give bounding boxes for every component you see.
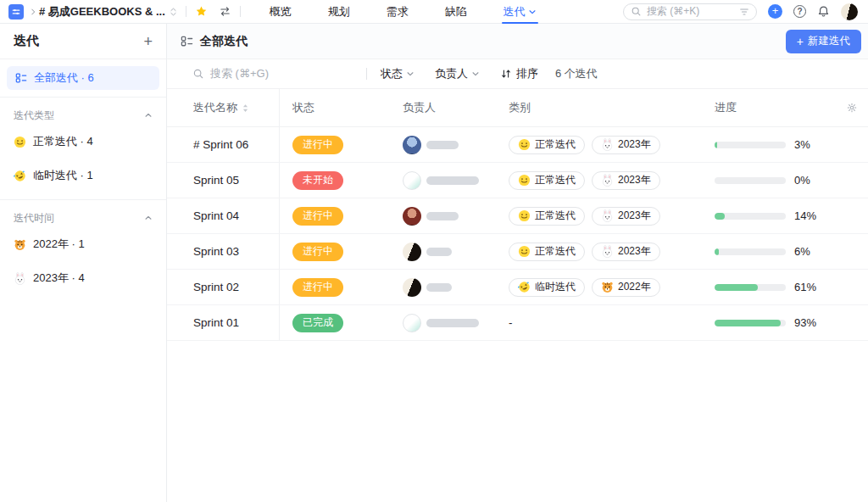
project-switcher-icon[interactable] [170,7,177,17]
table-row[interactable]: Sprint 04进行中正常迭代2023年14% [167,198,868,234]
iteration-name[interactable]: Sprint 04 [167,198,280,233]
table-header: 迭代名称 状态 负责人 类别 进度 [167,89,868,127]
swap-icon[interactable] [219,5,231,18]
assignee-avatar[interactable] [403,136,421,154]
category-tag[interactable]: 2023年 [592,207,660,226]
category-empty: - [509,316,513,329]
column-sort-icon[interactable] [242,103,248,113]
progress-bar [715,177,786,184]
progress-percent: 3% [794,138,810,151]
table-row[interactable]: Sprint 01已完成-93% [167,305,868,341]
column-header-category[interactable]: 类别 [509,100,715,115]
sidebar-item[interactable]: 2022年 · 1 [0,227,166,261]
sidebar-section-header[interactable]: 迭代类型 [0,98,166,125]
assignee-avatar[interactable] [403,207,421,226]
progress-bar [715,248,786,255]
sort-button[interactable]: 排序 [500,66,538,81]
global-search-input[interactable]: 搜索 (⌘+K) [623,3,757,20]
app-logo-icon[interactable] [8,4,24,20]
status-filter-dropdown[interactable]: 状态 [381,66,415,81]
nav-tab-overview[interactable]: 概览 [270,0,292,24]
breadcrumb[interactable]: # 易成GEEKBOOKS & ... [39,4,165,20]
top-nav: 概览规划需求缺陷迭代 [270,0,537,24]
iteration-name[interactable]: Sprint 02 [167,270,280,304]
assignee-name-skeleton [426,141,459,149]
divider [186,6,186,17]
tiger-emoji-icon [601,281,614,293]
iteration-name[interactable]: Sprint 01 [167,305,280,340]
notifications-bell-icon[interactable] [817,5,830,18]
iteration-name[interactable]: Sprint 05 [167,163,280,198]
smile-emoji-icon [518,209,531,222]
category-tag[interactable]: 正常迭代 [509,136,585,154]
nav-tab-iterations[interactable]: 迭代 [504,0,537,24]
progress-percent: 6% [794,245,810,258]
quick-create-button[interactable]: + [768,4,782,19]
smile-emoji-icon [518,138,531,151]
iteration-count: 6 个迭代 [555,66,598,81]
tiger-emoji-icon [14,238,26,251]
table-search-input[interactable]: 搜索 (⌘+G) [192,66,366,81]
table-body: # Sprint 06进行中正常迭代2023年3%Sprint 05未开始正常迭… [167,127,868,341]
iteration-name[interactable]: # Sprint 06 [167,127,280,162]
favorite-star-icon[interactable] [195,5,208,18]
sidebar-item[interactable]: 正常迭代 · 4 [0,125,166,159]
assignee-name-skeleton [426,319,479,327]
iteration-name[interactable]: Sprint 03 [167,234,280,269]
user-avatar[interactable] [841,3,858,20]
plus-icon: + [797,36,804,47]
progress-bar [715,213,786,220]
progress-bar [715,284,786,291]
column-header-assignee[interactable]: 负责人 [403,100,509,115]
new-iteration-button[interactable]: + 新建迭代 [786,30,861,53]
assignee-avatar[interactable] [403,278,421,297]
assignee-avatar[interactable] [403,314,421,332]
table-toolbar: 搜索 (⌘+G) 状态 负责人 排序 6 个迭代 [167,59,868,89]
category-tag[interactable]: 正常迭代 [509,207,585,226]
category-tag[interactable]: 正常迭代 [509,171,585,190]
smile-emoji-icon [518,245,531,258]
column-header-name[interactable]: 迭代名称 [167,89,280,126]
chevron-down-icon [406,70,415,78]
column-header-progress[interactable]: 进度 [715,100,839,115]
assignee-avatar[interactable] [403,171,421,190]
category-tag[interactable]: 2023年 [592,171,660,190]
search-icon [631,6,642,17]
sidebar-item[interactable]: 临时迭代 · 1 [0,159,166,192]
category-tag[interactable]: 正常迭代 [509,243,585,261]
status-badge: 进行中 [292,278,343,297]
main-header: 全部迭代 + 新建迭代 [167,24,868,59]
smile-emoji-icon [14,136,26,148]
smile-emoji-icon [518,174,531,187]
help-icon[interactable]: ? [793,5,806,18]
table-row[interactable]: Sprint 03进行中正常迭代2023年6% [167,234,868,270]
nav-tab-defects[interactable]: 缺陷 [445,0,467,24]
sidebar-item-all-iterations[interactable]: 全部迭代 · 6 [7,66,159,90]
progress-bar [715,142,786,148]
table-row[interactable]: Sprint 02进行中临时迭代2022年61% [167,270,868,305]
category-tag[interactable]: 2023年 [592,243,660,261]
divider [366,68,367,80]
column-settings-gear-icon[interactable] [839,102,868,114]
category-tag[interactable]: 临时迭代 [509,278,585,297]
category-tag[interactable]: 2023年 [592,136,660,154]
rabbit-emoji-icon [601,174,614,187]
table-row[interactable]: Sprint 05未开始正常迭代2023年0% [167,163,868,198]
app-window: # 易成GEEKBOOKS & ... 概览规划需求缺陷迭代 搜索 (⌘+K) [0,0,868,502]
laugh-emoji-icon [518,281,531,293]
add-iteration-icon[interactable]: + [143,34,153,49]
filter-icon[interactable] [739,7,749,17]
assignee-avatar[interactable] [403,243,421,261]
nav-tab-requirements[interactable]: 需求 [387,0,409,24]
sidebar-item[interactable]: 2023年 · 4 [0,261,166,295]
sidebar-section: 迭代时间2022年 · 12023年 · 4 [0,199,166,295]
category-cell: 临时迭代2022年 [509,278,715,297]
nav-tab-planning[interactable]: 规划 [328,0,350,24]
sidebar: 迭代 + 全部迭代 · 6迭代类型正常迭代 · 4临时迭代 · 1迭代时间202… [0,24,167,502]
column-header-status[interactable]: 状态 [280,100,403,115]
sidebar-title: 迭代 [14,33,39,49]
sidebar-section-header[interactable]: 迭代时间 [0,200,166,227]
category-tag[interactable]: 2022年 [592,278,660,297]
table-row[interactable]: # Sprint 06进行中正常迭代2023年3% [167,127,868,163]
assignee-filter-dropdown[interactable]: 负责人 [435,66,480,81]
